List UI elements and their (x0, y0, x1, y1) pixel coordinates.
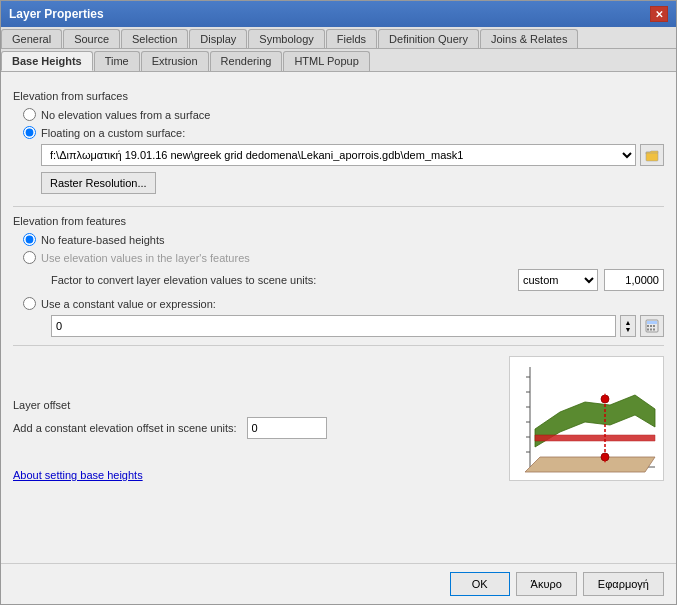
layer-properties-window: Layer Properties ✕ General Source Select… (0, 0, 677, 605)
svg-rect-5 (653, 325, 655, 327)
use-constant-radio[interactable] (23, 297, 36, 310)
offset-description: Add a constant elevation offset in scene… (13, 422, 237, 434)
about-link[interactable]: About setting base heights (13, 469, 143, 481)
footer: OK Άκυρο Εφαρμογή (1, 563, 676, 604)
use-elevation-radio[interactable] (23, 251, 36, 264)
svg-rect-4 (650, 325, 652, 327)
factor-row: Factor to convert layer elevation values… (51, 269, 664, 291)
calculator-button[interactable] (640, 315, 664, 337)
browse-folder-button[interactable] (640, 144, 664, 166)
factor-value-input[interactable] (604, 269, 664, 291)
svg-rect-8 (653, 329, 655, 331)
no-feature-row: No feature-based heights (23, 233, 664, 246)
tab-selection[interactable]: Selection (121, 29, 188, 48)
offset-row: Add a constant elevation offset in scene… (13, 417, 327, 439)
divider-1 (13, 206, 664, 207)
floating-label: Floating on a custom surface: (41, 127, 185, 139)
title-bar: Layer Properties ✕ (1, 1, 676, 27)
tab-extrusion[interactable]: Extrusion (141, 51, 209, 71)
svg-marker-18 (525, 457, 655, 472)
tab-source[interactable]: Source (63, 29, 120, 48)
factor-dropdown[interactable]: custom (518, 269, 598, 291)
svg-rect-0 (646, 152, 658, 161)
title-bar-controls: ✕ (650, 6, 668, 22)
no-elevation-row: No elevation values from a surface (23, 108, 664, 121)
constant-value-input[interactable] (51, 315, 616, 337)
use-constant-row: Use a constant value or expression: (23, 297, 664, 310)
layer-offset-label: Layer offset (13, 399, 327, 411)
surface-path-select[interactable]: f:\Διπλωματική 19.01.16 new\greek grid d… (41, 144, 636, 166)
no-elevation-radio[interactable] (23, 108, 36, 121)
svg-rect-3 (647, 325, 649, 327)
window-title: Layer Properties (9, 7, 104, 21)
tab-display[interactable]: Display (189, 29, 247, 48)
apply-button[interactable]: Εφαρμογή (583, 572, 664, 596)
no-elevation-label: No elevation values from a surface (41, 109, 210, 121)
terrain-diagram-svg (510, 357, 664, 481)
floating-row: Floating on a custom surface: (23, 126, 664, 139)
ok-button[interactable]: OK (450, 572, 510, 596)
tab-base-heights[interactable]: Base Heights (1, 51, 93, 71)
tab-rendering[interactable]: Rendering (210, 51, 283, 71)
factor-label: Factor to convert layer elevation values… (51, 274, 512, 286)
content-area: Elevation from surfaces No elevation val… (1, 72, 676, 563)
raster-resolution-button[interactable]: Raster Resolution... (41, 172, 156, 194)
svg-rect-2 (647, 321, 657, 324)
svg-rect-7 (650, 329, 652, 331)
tab-symbology[interactable]: Symbology (248, 29, 324, 48)
svg-marker-20 (535, 435, 655, 441)
offset-value-input[interactable] (247, 417, 327, 439)
elevation-features-label: Elevation from features (13, 215, 664, 227)
tab-row-1: General Source Selection Display Symbolo… (1, 27, 676, 49)
tab-time[interactable]: Time (94, 51, 140, 71)
const-row: ▲ ▼ (51, 315, 664, 337)
offset-section: Layer offset Add a constant elevation of… (13, 391, 327, 481)
cancel-button[interactable]: Άκυρο (516, 572, 577, 596)
spin-button[interactable]: ▲ ▼ (620, 315, 636, 337)
tab-row-2: Base Heights Time Extrusion Rendering HT… (1, 49, 676, 72)
tab-joins-relates[interactable]: Joins & Relates (480, 29, 578, 48)
use-elevation-row: Use elevation values in the layer's feat… (23, 251, 664, 264)
close-button[interactable]: ✕ (650, 6, 668, 22)
bottom-section: Layer offset Add a constant elevation of… (13, 356, 664, 481)
spin-down-icon[interactable]: ▼ (625, 326, 632, 333)
no-feature-label: No feature-based heights (41, 234, 165, 246)
use-constant-label: Use a constant value or expression: (41, 298, 216, 310)
folder-icon (645, 148, 659, 162)
svg-rect-6 (647, 329, 649, 331)
tab-html-popup[interactable]: HTML Popup (283, 51, 369, 71)
floating-radio[interactable] (23, 126, 36, 139)
path-row: f:\Διπλωματική 19.01.16 new\greek grid d… (41, 144, 664, 166)
elevation-surfaces-label: Elevation from surfaces (13, 90, 664, 102)
spin-up-icon[interactable]: ▲ (625, 319, 632, 326)
terrain-diagram-area (509, 356, 664, 481)
tab-definition-query[interactable]: Definition Query (378, 29, 479, 48)
calculator-icon (645, 319, 659, 333)
tab-fields[interactable]: Fields (326, 29, 377, 48)
no-feature-radio[interactable] (23, 233, 36, 246)
use-elevation-label: Use elevation values in the layer's feat… (41, 252, 250, 264)
tab-general[interactable]: General (1, 29, 62, 48)
divider-2 (13, 345, 664, 346)
